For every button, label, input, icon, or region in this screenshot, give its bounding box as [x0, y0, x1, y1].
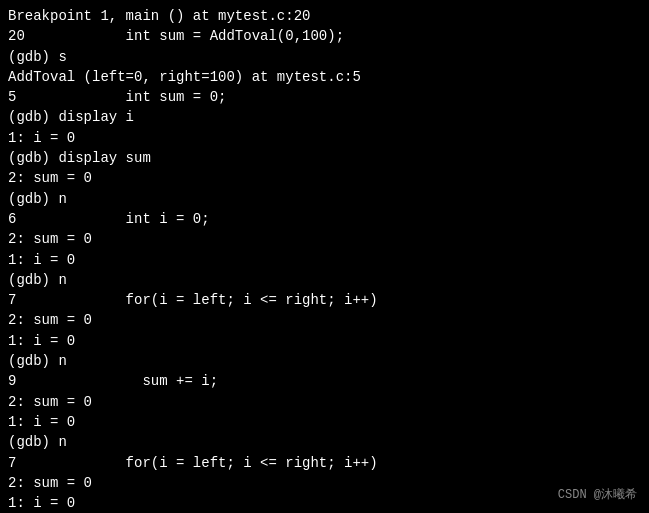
- terminal-output: Breakpoint 1, main () at mytest.c:2020 i…: [8, 6, 641, 513]
- terminal-line: Breakpoint 1, main () at mytest.c:20: [8, 6, 641, 26]
- terminal-line: 1: i = 0: [8, 493, 641, 513]
- terminal-line: 2: sum = 0: [8, 310, 641, 330]
- terminal-line: 1: i = 0: [8, 250, 641, 270]
- terminal-line: (gdb) s: [8, 47, 641, 67]
- terminal-line: (gdb) display i: [8, 107, 641, 127]
- terminal-line: 1: i = 0: [8, 128, 641, 148]
- terminal-line: 2: sum = 0: [8, 473, 641, 493]
- terminal-line: 2: sum = 0: [8, 392, 641, 412]
- terminal-line: 2: sum = 0: [8, 229, 641, 249]
- terminal-line: (gdb) n: [8, 432, 641, 452]
- terminal-line: 20 int sum = AddToval(0,100);: [8, 26, 641, 46]
- terminal-line: (gdb) n: [8, 189, 641, 209]
- terminal-line: AddToval (left=0, right=100) at mytest.c…: [8, 67, 641, 87]
- terminal-line: 7 for(i = left; i <= right; i++): [8, 453, 641, 473]
- terminal-line: 5 int sum = 0;: [8, 87, 641, 107]
- terminal-line: (gdb) n: [8, 351, 641, 371]
- terminal-line: (gdb) display sum: [8, 148, 641, 168]
- terminal-line: (gdb) n: [8, 270, 641, 290]
- terminal-line: 1: i = 0: [8, 412, 641, 432]
- terminal-line: 1: i = 0: [8, 331, 641, 351]
- terminal-line: 9 sum += i;: [8, 371, 641, 391]
- terminal-window: Breakpoint 1, main () at mytest.c:2020 i…: [0, 0, 649, 513]
- terminal-line: 2: sum = 0: [8, 168, 641, 188]
- terminal-line: 7 for(i = left; i <= right; i++): [8, 290, 641, 310]
- terminal-line: 6 int i = 0;: [8, 209, 641, 229]
- watermark: CSDN @沐曦希: [558, 486, 637, 503]
